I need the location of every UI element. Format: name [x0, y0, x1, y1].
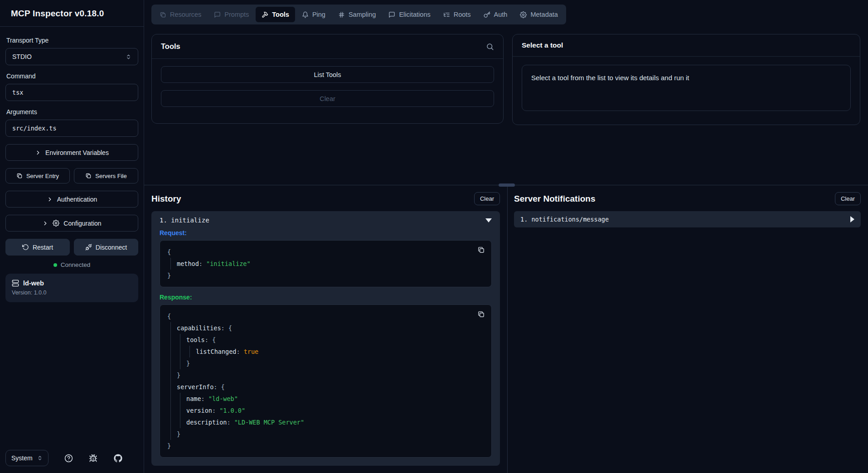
copy-icon[interactable] — [476, 245, 486, 255]
tab-tools[interactable]: Tools — [256, 7, 295, 22]
history-pane: History Clear 1. initialize Request: {me… — [144, 185, 508, 473]
transport-type-label: Transport Type — [6, 37, 137, 44]
tab-sampling[interactable]: Sampling — [332, 7, 382, 22]
tab-prompts: Prompts — [208, 7, 255, 22]
server-icon — [12, 280, 19, 287]
notification-item[interactable]: 1. notifications/message — [514, 211, 861, 227]
bottom-section: History Clear 1. initialize Request: {me… — [144, 185, 868, 473]
copy-icon — [85, 173, 92, 179]
app-title: MCP Inspector v0.18.0 — [11, 9, 133, 19]
tab-label: Prompts — [224, 11, 249, 18]
tab-elicitations[interactable]: Elicitations — [383, 7, 436, 22]
history-item-label: 1. initialize — [160, 217, 209, 224]
key-icon — [484, 11, 490, 18]
servers-file-button[interactable]: Servers File — [74, 168, 138, 183]
hash-icon — [338, 11, 345, 18]
server-entry-button[interactable]: Server Entry — [5, 168, 70, 183]
transport-type-value: STDIO — [12, 53, 32, 60]
command-input[interactable]: tsx — [5, 84, 138, 101]
help-circle-icon[interactable] — [64, 454, 73, 463]
response-code-block: {capabilities: {tools: {listChanged: tru… — [160, 304, 492, 458]
bug-icon[interactable] — [89, 454, 97, 463]
command-label: Command — [6, 72, 137, 80]
notification-item-label: 1. notifications/message — [520, 216, 609, 223]
environment-variables-button[interactable]: Environment Variables — [5, 144, 138, 161]
arguments-label: Arguments — [6, 108, 137, 116]
chevrons-up-down-icon — [126, 54, 131, 60]
tool-detail-title: Select a tool — [522, 41, 563, 49]
main-area: ResourcesPromptsToolsPingSamplingElicita… — [144, 0, 868, 473]
tree-icon — [443, 11, 450, 18]
list-tools-button[interactable]: List Tools — [161, 66, 494, 83]
history-title: History — [151, 194, 181, 204]
request-code-block: {method: "initialize"} — [160, 240, 492, 287]
gear-icon — [53, 220, 59, 227]
history-item-header[interactable]: 1. initialize — [160, 217, 492, 224]
connected-dot-icon — [53, 263, 57, 267]
copy-icon — [16, 173, 23, 179]
tab-label: Ping — [312, 11, 325, 18]
disconnect-button[interactable]: Disconnect — [74, 239, 138, 256]
server-name: ld-web — [23, 280, 44, 287]
tab-label: Sampling — [349, 11, 376, 18]
chevron-right-icon — [47, 196, 53, 203]
tab-resources: Resources — [154, 7, 207, 22]
history-clear-button[interactable]: Clear — [474, 192, 500, 205]
tools-clear-button: Clear — [161, 90, 494, 107]
connection-buttons-row: Restart Disconnect — [5, 239, 138, 256]
notifications-pane: Server Notifications Clear 1. notificati… — [508, 185, 868, 473]
message-icon — [388, 11, 395, 18]
connection-status-label: Connected — [61, 261, 90, 268]
message-icon — [214, 11, 221, 18]
transport-type-select[interactable]: STDIO — [5, 48, 138, 65]
history-item: 1. initialize Request: {method: "initial… — [151, 211, 500, 466]
authentication-button[interactable]: Authentication — [5, 191, 138, 208]
sidebar-header: MCP Inspector v0.18.0 — [0, 0, 144, 27]
bell-icon — [302, 11, 309, 18]
sidebar-body: Transport Type STDIO Command tsx Argumen… — [0, 27, 144, 450]
server-info-card: ld-web Version: 1.0.0 — [5, 274, 138, 302]
request-label: Request: — [160, 229, 492, 236]
server-version: Version: 1.0.0 — [12, 290, 132, 296]
theme-select[interactable]: System — [5, 450, 48, 466]
tools-panel-title: Tools — [161, 42, 180, 51]
tab-label: Tools — [272, 11, 289, 18]
chevrons-up-down-icon — [37, 455, 43, 461]
tab-ping[interactable]: Ping — [296, 7, 331, 22]
files-icon — [160, 11, 166, 18]
copy-icon[interactable] — [476, 309, 486, 319]
configuration-button[interactable]: Configuration — [5, 215, 138, 232]
sidebar-footer: System — [0, 450, 144, 473]
chevron-right-icon — [42, 220, 48, 227]
arguments-input[interactable]: src/index.ts — [5, 120, 138, 137]
chevron-right-icon — [35, 150, 41, 156]
tool-detail-panel: Select a tool Select a tool from the lis… — [512, 34, 860, 125]
restart-icon — [22, 244, 29, 251]
top-left-pane: ResourcesPromptsToolsPingSamplingElicita… — [144, 0, 508, 185]
tab-label: Resources — [170, 11, 201, 18]
collapse-triangle-icon — [485, 218, 492, 222]
restart-button[interactable]: Restart — [5, 239, 70, 256]
hammer-icon — [262, 11, 268, 18]
tab-label: Elicitations — [399, 11, 430, 18]
notifications-clear-button[interactable]: Clear — [835, 192, 861, 205]
github-icon[interactable] — [114, 454, 122, 463]
tools-panel: Tools List Tools Clear — [151, 34, 504, 124]
top-right-pane: Select a tool Select a tool from the lis… — [508, 0, 868, 185]
connection-status: Connected — [5, 261, 138, 268]
tab-roots[interactable]: Roots — [437, 7, 477, 22]
unplug-icon — [85, 244, 92, 251]
tool-detail-hint: Select a tool from the list to view its … — [522, 65, 851, 111]
tab-bar: ResourcesPromptsToolsPingSamplingElicita… — [151, 5, 566, 24]
search-icon[interactable] — [486, 43, 494, 51]
footer-icons — [48, 454, 138, 463]
expand-triangle-icon — [850, 216, 854, 222]
entry-buttons-row: Server Entry Servers File — [5, 168, 138, 183]
response-label: Response: — [160, 294, 492, 301]
notifications-title: Server Notifications — [514, 194, 596, 204]
tab-label: Roots — [454, 11, 471, 18]
pane-resize-handle[interactable] — [499, 183, 515, 187]
tab-label: Auth — [494, 11, 508, 18]
sidebar: MCP Inspector v0.18.0 Transport Type STD… — [0, 0, 144, 473]
top-section: ResourcesPromptsToolsPingSamplingElicita… — [144, 0, 868, 185]
